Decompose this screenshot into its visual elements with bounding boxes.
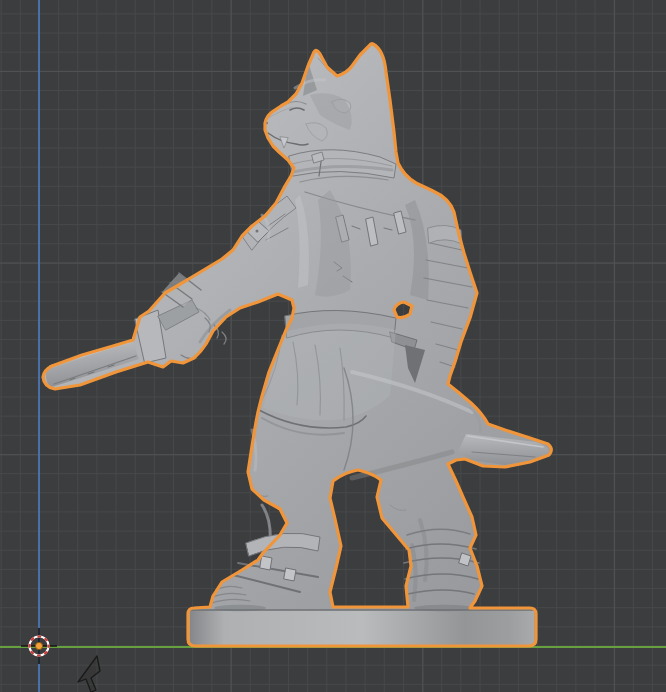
base-plinth	[190, 605, 534, 646]
selected-model[interactable]	[43, 44, 551, 646]
viewport-overlay	[0, 0, 666, 692]
3d-cursor-icon	[21, 628, 57, 664]
mouse-cursor-icon	[78, 656, 100, 692]
object-origin-icon	[35, 642, 42, 649]
viewport-3d[interactable]	[0, 0, 666, 692]
